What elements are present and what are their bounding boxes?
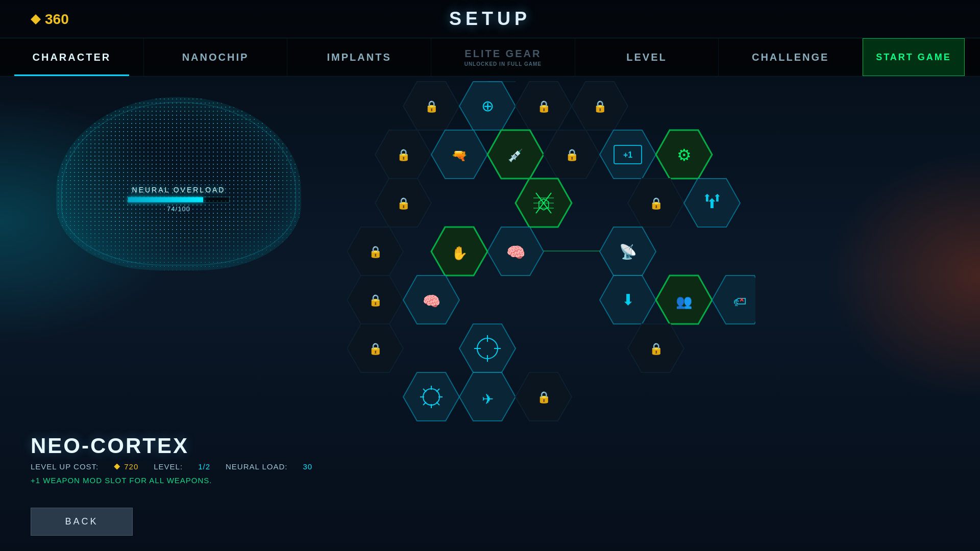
cost-diamond-icon <box>114 464 120 470</box>
svg-text:⬆: ⬆ <box>713 192 722 204</box>
svg-text:🔫: 🔫 <box>452 148 467 163</box>
svg-text:🧠: 🧠 <box>423 293 440 310</box>
implant-stats: LEVEL UP COST: 720 LEVEL: 1/2 NEURAL LOA… <box>31 462 347 471</box>
neural-load-label: NEURAL LOAD: <box>226 462 287 471</box>
svg-text:🧠: 🧠 <box>506 243 526 262</box>
neural-bar-fill <box>128 197 203 203</box>
hex-people-green[interactable]: 👥 <box>656 276 712 324</box>
svg-text:⊕: ⊕ <box>481 97 494 114</box>
svg-text:+1: +1 <box>623 151 632 159</box>
diamond-icon <box>31 14 41 24</box>
hex-tag[interactable]: 🏷 ✕ <box>712 276 755 324</box>
svg-text:✋: ✋ <box>451 245 468 261</box>
neural-overload-container: NEURAL OVERLOAD 74/100 <box>115 186 242 213</box>
hex-rocket[interactable]: ✈ <box>459 372 516 421</box>
svg-text:🔒: 🔒 <box>369 293 383 307</box>
svg-text:🔒: 🔒 <box>649 196 664 210</box>
svg-text:🔒: 🔒 <box>425 99 439 113</box>
level-up-cost: 720 <box>124 462 138 471</box>
implant-description: +1 WEAPON MOD SLOT FOR ALL WEAPONS. <box>31 476 347 485</box>
neural-value: 74/100 <box>115 205 242 213</box>
main-content: NEURAL OVERLOAD 74/100 NEO-CORTEX LEVEL … <box>0 77 980 551</box>
hex-locked-5[interactable]: 🔒 <box>544 130 600 179</box>
hex-brain-center[interactable]: 🧠 <box>487 227 544 276</box>
tab-nanochip[interactable]: NANOCHIP <box>144 38 288 76</box>
implant-info-panel: NEO-CORTEX LEVEL UP COST: 720 LEVEL: 1/2… <box>31 434 347 485</box>
hex-crosshair[interactable] <box>459 324 516 372</box>
hex-hand-active[interactable]: ✋ <box>431 227 487 276</box>
hex-dark-bottom[interactable]: 🔒 <box>516 372 572 421</box>
svg-text:⚙: ⚙ <box>677 146 692 164</box>
hex-sun[interactable] <box>403 372 459 421</box>
hex-spray-active[interactable]: 💉 <box>487 130 544 179</box>
left-panel: NEURAL OVERLOAD 74/100 NEO-CORTEX LEVEL … <box>0 77 357 551</box>
svg-text:⬆: ⬆ <box>703 192 712 204</box>
nav-bar: CHARACTER NANOCHIP IMPLANTS ELITE GEAR U… <box>0 38 980 77</box>
hex-arrows-up[interactable]: ⬆ ⬆ ⬆ <box>684 179 740 227</box>
neural-bar <box>128 197 230 203</box>
neural-overload-label: NEURAL OVERLOAD <box>115 186 242 194</box>
svg-text:🔒: 🔒 <box>369 245 383 259</box>
hex-locked-3[interactable]: 🔒 <box>572 82 628 130</box>
top-bar: SETUP <box>0 0 980 38</box>
tab-elite-gear: ELITE GEAR UNLOCKED IN FULL GAME <box>431 38 575 76</box>
brain-container: NEURAL OVERLOAD 74/100 <box>26 87 332 281</box>
svg-text:⬇: ⬇ <box>622 291 634 308</box>
level-cost-label: LEVEL UP COST: <box>31 462 99 471</box>
hex-locked-6[interactable]: 🔒 <box>375 179 431 227</box>
tab-challenge[interactable]: CHALLENGE <box>719 38 863 76</box>
level-value: 1/2 <box>198 462 210 471</box>
svg-text:🔒: 🔒 <box>397 196 411 210</box>
hex-locked-9[interactable]: 🔒 <box>347 276 403 324</box>
start-game-button[interactable]: START GAME <box>863 38 965 76</box>
hex-weapon-1[interactable]: 🔫 <box>431 130 487 179</box>
currency-display: 360 <box>31 11 69 28</box>
level-label: LEVEL: <box>154 462 183 471</box>
tab-character[interactable]: CHARACTER <box>0 38 144 76</box>
tab-level[interactable]: LEVEL <box>575 38 719 76</box>
svg-text:🔒: 🔒 <box>649 342 664 356</box>
svg-text:🔒: 🔒 <box>593 99 607 113</box>
currency-value: 360 <box>45 11 69 28</box>
tab-implants[interactable]: IMPLANTS <box>287 38 431 76</box>
back-button[interactable]: BACK <box>31 508 133 536</box>
svg-marker-84 <box>459 324 516 372</box>
hex-grid-panel: .hex-g { cursor: pointer; } .hex-bg-dark… <box>347 66 980 551</box>
svg-text:✕: ✕ <box>739 296 744 304</box>
hex-grid-svg: .hex-g { cursor: pointer; } .hex-bg-dark… <box>347 66 755 464</box>
brain-dots <box>56 97 301 270</box>
svg-text:🔒: 🔒 <box>565 148 579 162</box>
brain-visual: NEURAL OVERLOAD 74/100 <box>56 97 301 270</box>
hex-locked-4[interactable]: 🔒 <box>375 130 431 179</box>
svg-text:🔒: 🔒 <box>537 390 551 404</box>
hex-gear-green[interactable]: ⚙ <box>656 130 712 179</box>
svg-text:🔒: 🔒 <box>537 99 551 113</box>
neural-load-value: 30 <box>303 462 312 471</box>
svg-marker-94 <box>403 372 459 421</box>
hex-locked-1[interactable]: 🔒 <box>403 82 459 130</box>
hex-target-1[interactable]: ⊕ <box>459 82 516 130</box>
svg-text:✈: ✈ <box>482 391 494 407</box>
hex-locked-2[interactable]: 🔒 <box>516 82 572 130</box>
page-title: SETUP <box>449 8 531 30</box>
svg-text:⬡: ⬡ <box>537 196 550 212</box>
hex-locked-11[interactable]: 🔒 <box>628 324 684 372</box>
hex-plus1[interactable]: +1 <box>600 130 656 179</box>
hex-download[interactable]: ⬇ <box>600 276 656 324</box>
svg-text:🔒: 🔒 <box>369 342 383 356</box>
svg-text:👥: 👥 <box>676 293 693 310</box>
hex-locked-7[interactable]: 🔒 <box>628 179 684 227</box>
hex-locked-10[interactable]: 🔒 <box>347 324 403 372</box>
hex-antenna[interactable]: 📡 <box>600 227 656 276</box>
hex-brain-small[interactable]: 🧠 <box>403 276 459 324</box>
implant-name: NEO-CORTEX <box>31 434 347 458</box>
svg-text:💉: 💉 <box>508 148 523 163</box>
hex-locked-8[interactable]: 🔒 <box>347 227 403 276</box>
hex-dna-active[interactable]: ⬡ <box>516 179 572 227</box>
svg-text:🔒: 🔒 <box>397 148 411 162</box>
svg-text:📡: 📡 <box>619 243 637 260</box>
